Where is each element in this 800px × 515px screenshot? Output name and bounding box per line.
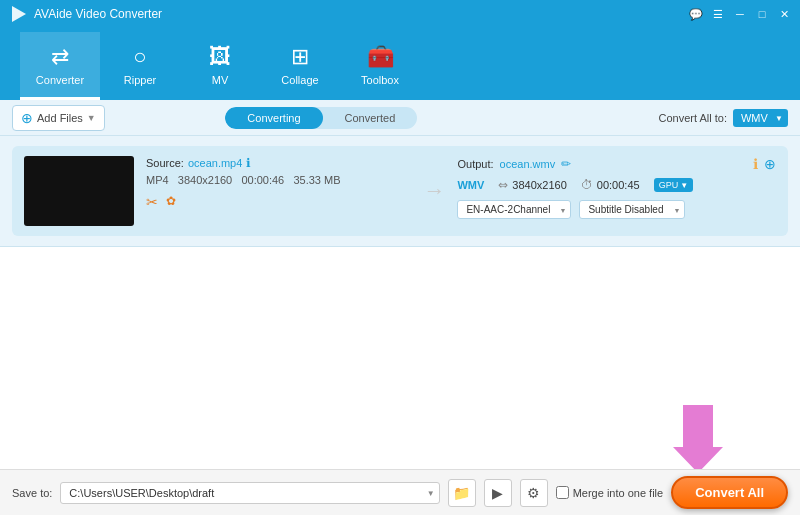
play-button[interactable]: ▶ — [484, 479, 512, 507]
nav-collage-label: Collage — [281, 74, 318, 86]
nav-toolbox-label: Toolbox — [361, 74, 399, 86]
nav-collage[interactable]: ⊞ Collage — [260, 32, 340, 100]
source-filename: ocean.mp4 — [188, 157, 242, 169]
convert-all-button[interactable]: Convert All — [671, 476, 788, 509]
output-format-param: WMV — [457, 179, 484, 191]
convert-all-to-section: Convert All to: WMVMP4AVIMOV — [658, 109, 787, 127]
bottombar: Save to: 📁 ▶ ⚙ Merge into one file Conve… — [0, 469, 800, 515]
file-entry: Source: ocean.mp4 ℹ MP4 3840x2160 00:00:… — [12, 146, 788, 236]
mv-icon: 🖼 — [209, 44, 231, 70]
file-source-row: Source: ocean.mp4 ℹ — [146, 156, 411, 170]
gpu-badge[interactable]: GPU ▼ — [654, 178, 693, 192]
output-filename: ocean.wmv — [500, 158, 556, 170]
output-resolution-param: ⇔ 3840x2160 — [498, 178, 566, 192]
nav-toolbox[interactable]: 🧰 Toolbox — [340, 32, 420, 100]
nav-mv[interactable]: 🖼 MV — [180, 32, 260, 100]
tab-group: Converting Converted — [225, 107, 417, 129]
edit-icon[interactable]: ✿ — [166, 194, 176, 210]
tab-converted[interactable]: Converted — [323, 107, 418, 129]
source-duration: 00:00:46 — [241, 174, 284, 186]
source-format: MP4 — [146, 174, 169, 186]
video-thumbnail — [24, 156, 134, 226]
source-size: 35.33 MB — [293, 174, 340, 186]
ripper-icon: ○ — [133, 44, 146, 70]
output-header-row: Output: ocean.wmv ✏ ℹ ⊕ — [457, 156, 776, 172]
output-params: WMV ⇔ 3840x2160 ⏱ 00:00:45 GPU ▼ — [457, 178, 776, 192]
svg-marker-0 — [12, 6, 26, 22]
output-icon-group: ℹ ⊕ — [753, 156, 776, 172]
audio-select[interactable]: EN-AAC-2Channel EN-AAC-Stereo — [457, 200, 571, 219]
settings-button[interactable]: ⚙ — [520, 479, 548, 507]
output-format-label: WMV — [457, 179, 484, 191]
file-area: Source: ocean.mp4 ℹ MP4 3840x2160 00:00:… — [0, 136, 800, 247]
app-logo-icon — [8, 4, 28, 24]
add-files-dropdown-icon[interactable]: ▼ — [87, 113, 96, 123]
nav-converter-label: Converter — [36, 74, 84, 86]
output-download-icon[interactable]: ⊕ — [764, 156, 776, 172]
output-resolution-value: 3840x2160 — [512, 179, 566, 191]
gpu-label: GPU — [659, 180, 679, 190]
subtitle-select[interactable]: Subtitle Disabled Subtitle Enabled — [579, 200, 685, 219]
plus-icon: ⊕ — [21, 110, 33, 126]
source-info-icon[interactable]: ℹ — [246, 156, 251, 170]
folder-browse-button[interactable]: 📁 — [448, 479, 476, 507]
source-resolution: 3840x2160 — [178, 174, 232, 186]
converter-icon: ⇄ — [51, 44, 69, 70]
output-edit-icon[interactable]: ✏ — [561, 157, 571, 171]
subtitle-select-wrap: Subtitle Disabled Subtitle Enabled — [579, 200, 685, 219]
tab-converting[interactable]: Converting — [225, 107, 322, 129]
source-label: Source: — [146, 157, 184, 169]
file-info: Source: ocean.mp4 ℹ MP4 3840x2160 00:00:… — [146, 156, 411, 210]
minimize-icon[interactable]: ─ — [732, 6, 748, 22]
merge-checkbox[interactable] — [556, 486, 569, 499]
format-select-wrap: WMVMP4AVIMOV — [733, 109, 788, 127]
file-actions: ✂ ✿ — [146, 194, 411, 210]
file-meta: MP4 3840x2160 00:00:46 35.33 MB — [146, 174, 411, 186]
output-label: Output: — [457, 158, 493, 170]
close-icon[interactable]: ✕ — [776, 6, 792, 22]
maximize-icon[interactable]: □ — [754, 6, 770, 22]
add-files-button[interactable]: ⊕ Add Files ▼ — [12, 105, 105, 131]
output-info: Output: ocean.wmv ✏ ℹ ⊕ WMV ⇔ 3840x2160 … — [457, 156, 776, 219]
save-path-wrap — [60, 482, 439, 504]
nav-ripper[interactable]: ○ Ripper — [100, 32, 180, 100]
nav-mv-label: MV — [212, 74, 229, 86]
menu-icon[interactable]: ☰ — [710, 6, 726, 22]
convert-arrow: → — [423, 178, 445, 204]
clock-icon: ⏱ — [581, 178, 593, 192]
window-controls: 💬 ☰ ─ □ ✕ — [688, 6, 792, 22]
audio-select-wrap: EN-AAC-2Channel EN-AAC-Stereo — [457, 200, 571, 219]
nav-converter[interactable]: ⇄ Converter — [20, 32, 100, 100]
app-title: AVAide Video Converter — [34, 7, 688, 21]
titlebar: AVAide Video Converter 💬 ☰ ─ □ ✕ — [0, 0, 800, 28]
navbar: ⇄ Converter ○ Ripper 🖼 MV ⊞ Collage 🧰 To… — [0, 28, 800, 100]
nav-ripper-label: Ripper — [124, 74, 156, 86]
output-duration-param: ⏱ 00:00:45 — [581, 178, 640, 192]
merge-checkbox-wrap: Merge into one file — [556, 486, 664, 499]
merge-label: Merge into one file — [573, 487, 664, 499]
output-duration-value: 00:00:45 — [597, 179, 640, 191]
convert-all-to-label: Convert All to: — [658, 112, 726, 124]
output-info-icon[interactable]: ℹ — [753, 156, 758, 172]
chat-icon[interactable]: 💬 — [688, 6, 704, 22]
toolbox-icon: 🧰 — [367, 44, 394, 70]
collage-icon: ⊞ — [291, 44, 309, 70]
actionbar: ⊕ Add Files ▼ Converting Converted Conve… — [0, 100, 800, 136]
add-files-label: Add Files — [37, 112, 83, 124]
cut-icon[interactable]: ✂ — [146, 194, 158, 210]
save-path-input[interactable] — [60, 482, 439, 504]
gpu-dropdown-icon: ▼ — [680, 181, 688, 190]
save-to-label: Save to: — [12, 487, 52, 499]
output-selects: EN-AAC-2Channel EN-AAC-Stereo Subtitle D… — [457, 200, 776, 219]
format-select[interactable]: WMVMP4AVIMOV — [733, 109, 788, 127]
resolution-icon: ⇔ — [498, 178, 508, 192]
